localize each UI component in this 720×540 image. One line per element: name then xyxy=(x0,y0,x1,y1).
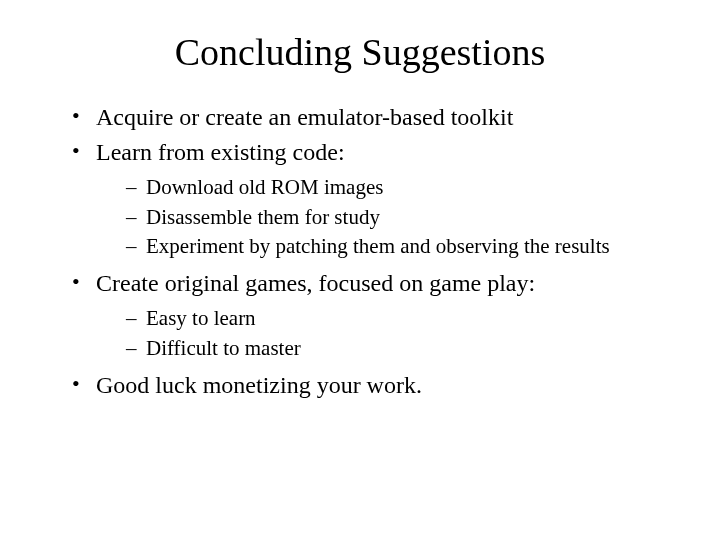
bullet-text: Good luck monetizing your work. xyxy=(96,372,422,398)
list-item: Learn from existing code: Download old R… xyxy=(70,137,670,260)
bullet-text: Learn from existing code: xyxy=(96,139,345,165)
list-item: Experiment by patching them and observin… xyxy=(124,233,670,260)
bullet-text: Create original games, focused on game p… xyxy=(96,270,535,296)
bullet-text: Experiment by patching them and observin… xyxy=(146,234,610,258)
slide: Concluding Suggestions Acquire or create… xyxy=(0,0,720,540)
bullet-text: Disassemble them for study xyxy=(146,205,380,229)
slide-title: Concluding Suggestions xyxy=(50,30,670,74)
bullet-text: Easy to learn xyxy=(146,306,256,330)
list-item: Acquire or create an emulator-based tool… xyxy=(70,102,670,133)
list-item: Easy to learn xyxy=(124,305,670,332)
list-item: Good luck monetizing your work. xyxy=(70,370,670,401)
list-item: Disassemble them for study xyxy=(124,204,670,231)
list-item: Difficult to master xyxy=(124,335,670,362)
list-item: Download old ROM images xyxy=(124,174,670,201)
list-item: Create original games, focused on game p… xyxy=(70,268,670,362)
bullet-text: Acquire or create an emulator-based tool… xyxy=(96,104,513,130)
bullet-text: Difficult to master xyxy=(146,336,301,360)
bullet-text: Download old ROM images xyxy=(146,175,383,199)
bullet-list: Acquire or create an emulator-based tool… xyxy=(50,102,670,401)
sub-list: Easy to learn Difficult to master xyxy=(96,305,670,362)
sub-list: Download old ROM images Disassemble them… xyxy=(96,174,670,260)
